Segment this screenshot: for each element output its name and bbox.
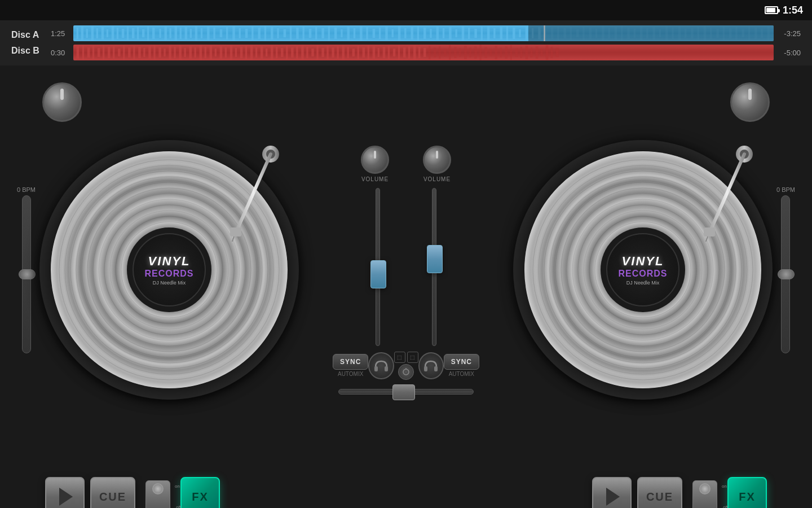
- crossfader-track[interactable]: [338, 389, 474, 395]
- disc-b-time-right: -5:00: [778, 49, 801, 57]
- svg-rect-211: [556, 48, 559, 57]
- right-cue-button[interactable]: CUE: [637, 477, 682, 508]
- left-cue-button[interactable]: CUE: [90, 477, 135, 508]
- automix-center-button[interactable]: [398, 364, 414, 380]
- mixer-lower-controls: SYNC AUTOMIX ⬚ ⬚: [333, 352, 479, 395]
- disc-b-label: Disc B: [11, 46, 45, 56]
- svg-rect-163: [311, 49, 314, 56]
- svg-rect-206: [531, 47, 532, 58]
- waveform-b-bar[interactable]: [73, 45, 774, 60]
- left-toggle-group: on off: [141, 480, 175, 508]
- svg-rect-68: [474, 29, 477, 38]
- crossfader-thumb[interactable]: [392, 384, 415, 400]
- left-bpm-slider[interactable]: [22, 195, 31, 353]
- svg-rect-54: [385, 27, 388, 40]
- disc-b-time: 0:30: [51, 49, 69, 57]
- left-control-group: CUE on off FX: [45, 477, 220, 508]
- svg-rect-127: [128, 47, 131, 58]
- right-toggle-switch[interactable]: on off: [692, 480, 717, 508]
- svg-rect-109: [735, 27, 737, 40]
- right-speed-knob-group: [730, 82, 770, 122]
- right-fader-thumb[interactable]: [427, 245, 443, 273]
- svg-rect-40: [296, 28, 299, 39]
- svg-rect-164: [316, 45, 318, 60]
- svg-rect-117: [77, 46, 80, 59]
- left-speed-knob[interactable]: [42, 82, 82, 122]
- svg-rect-19: [169, 28, 171, 38]
- svg-rect-103: [698, 27, 699, 40]
- right-bpm-slider[interactable]: [781, 195, 790, 353]
- svg-rect-182: [408, 46, 410, 59]
- svg-rect-233: [385, 366, 388, 371]
- right-play-button[interactable]: [592, 477, 632, 508]
- svg-rect-22: [185, 27, 188, 40]
- svg-rect-9: [117, 28, 118, 39]
- svg-rect-76: [526, 27, 528, 40]
- svg-rect-3: [86, 29, 88, 38]
- svg-rect-124: [113, 46, 114, 59]
- left-toggle-off-label: off: [176, 505, 181, 508]
- right-turntable-outer[interactable]: VINYL RECORDS DJ Needle Mix: [513, 140, 773, 400]
- svg-rect-125: [118, 49, 121, 56]
- svg-rect-38: [284, 29, 286, 37]
- svg-rect-2: [81, 27, 84, 40]
- right-vinyl-records: RECORDS: [618, 269, 667, 279]
- right-speed-knob[interactable]: [730, 82, 770, 122]
- left-fader-track[interactable]: [376, 188, 380, 346]
- svg-rect-207: [536, 46, 539, 59]
- svg-rect-73: [506, 26, 508, 41]
- svg-rect-186: [429, 46, 430, 59]
- left-headphone-button[interactable]: [368, 352, 394, 379]
- left-volume-group: VOLUME: [361, 146, 389, 182]
- right-toggle-circle: [699, 483, 710, 494]
- waveform-a-bar[interactable]: [73, 25, 774, 41]
- left-vinyl-label: VINYL RECORDS DJ Needle Mix: [133, 233, 206, 306]
- svg-rect-67: [468, 28, 470, 39]
- right-volume-knob[interactable]: [423, 146, 451, 174]
- left-fx-button[interactable]: FX: [180, 477, 220, 508]
- sync-row: SYNC AUTOMIX ⬚ ⬚: [333, 352, 479, 380]
- left-turntable-outer[interactable]: VINYL RECORDS DJ Needle Mix: [39, 140, 299, 400]
- svg-rect-27: [213, 28, 215, 39]
- svg-rect-175: [373, 46, 376, 59]
- svg-rect-160: [296, 46, 298, 59]
- right-fader-track[interactable]: [432, 188, 436, 346]
- svg-rect-57: [404, 28, 406, 38]
- svg-rect-98: [665, 26, 668, 41]
- svg-rect-78: [538, 27, 541, 40]
- right-bpm-thumb[interactable]: [778, 269, 795, 279]
- svg-rect-176: [378, 48, 379, 57]
- right-sync-button[interactable]: SYNC: [444, 354, 479, 370]
- svg-rect-126: [123, 45, 125, 60]
- svg-rect-49: [354, 28, 355, 38]
- svg-rect-118: [82, 45, 84, 60]
- left-sync-button[interactable]: SYNC: [333, 354, 368, 370]
- svg-rect-199: [495, 46, 497, 59]
- svg-rect-195: [474, 46, 477, 59]
- svg-rect-200: [500, 47, 501, 58]
- right-headphone-icon: [423, 358, 439, 374]
- svg-rect-99: [672, 28, 673, 39]
- svg-rect-43: [315, 27, 317, 40]
- left-volume-knob[interactable]: [361, 146, 389, 174]
- svg-rect-236: [424, 366, 427, 371]
- svg-rect-210: [551, 47, 553, 58]
- automix-icon-left[interactable]: ⬚: [394, 352, 405, 363]
- svg-rect-138: [184, 48, 186, 57]
- svg-rect-119: [87, 47, 90, 58]
- left-play-button[interactable]: [45, 477, 85, 508]
- right-tonearm: [694, 146, 761, 242]
- left-fader-thumb[interactable]: [370, 260, 386, 288]
- svg-rect-32: [245, 29, 248, 38]
- automix-icon-right[interactable]: ⬚: [407, 352, 418, 363]
- left-toggle-switch[interactable]: on off: [145, 480, 170, 508]
- svg-rect-87: [595, 29, 597, 38]
- svg-rect-29: [226, 27, 228, 40]
- svg-rect-198: [489, 49, 491, 56]
- svg-rect-13: [137, 27, 139, 40]
- svg-rect-23: [190, 29, 192, 38]
- right-headphone-button[interactable]: [418, 352, 444, 379]
- svg-line-256: [705, 237, 708, 242]
- left-bpm-thumb[interactable]: [19, 269, 36, 279]
- right-fx-button[interactable]: FX: [727, 477, 767, 508]
